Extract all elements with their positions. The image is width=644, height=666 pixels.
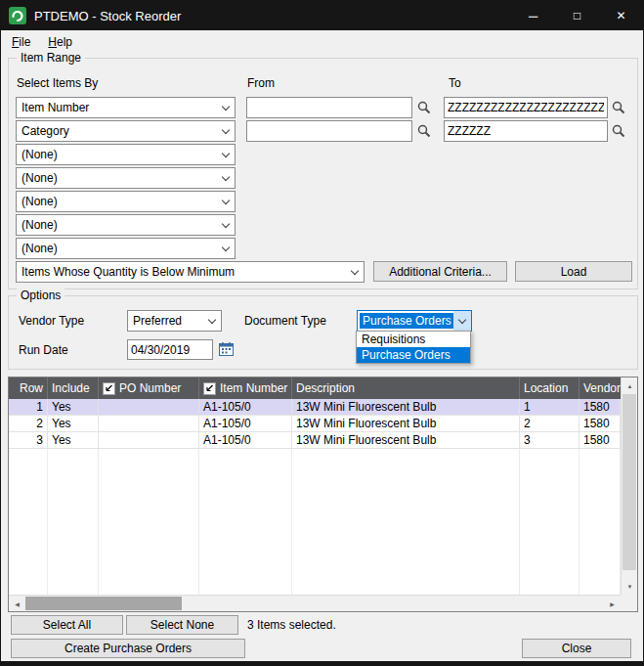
drilldown-icon[interactable] [203,382,216,395]
additional-criteria-button[interactable]: Additional Criteria... [373,261,507,282]
criteria-combo[interactable]: Items Whose Quantity is Below Minimum [16,261,365,283]
finder-icon[interactable] [611,123,626,139]
dropdown-option-requisitions[interactable]: Requisitions [357,332,470,347]
cell-item-number[interactable]: A1-105/0 [199,432,292,449]
finder-icon[interactable] [416,100,432,115]
menu-help[interactable]: Help [39,32,81,52]
filter-field-6-value: (None) [17,218,217,232]
chevron-down-icon [346,262,364,282]
cell-vendor-number[interactable]: 1580 [580,432,621,449]
category-to-input[interactable] [444,120,608,142]
filter-field-3-combo[interactable]: (None) [16,144,236,165]
scroll-right-icon[interactable]: ▶ [604,596,621,612]
filter-field-5-combo[interactable]: (None) [16,191,236,212]
vertical-scrollbar-thumb[interactable] [623,394,636,570]
chevron-down-icon [217,192,235,211]
item-number-from-input[interactable] [246,97,412,118]
scroll-up-icon[interactable]: ▲ [622,377,638,394]
item-number-to-input[interactable] [444,97,608,118]
menubar: File Help [1,30,643,53]
grid-header-row: Row Include PO Number Item Number Descri… [9,377,621,399]
cell-include[interactable]: Yes [48,399,99,416]
vendor-type-label: Vendor Type [19,314,84,328]
cell-description[interactable]: 13W Mini Fluorescent Bulb [292,399,520,416]
chevron-down-icon [217,121,235,141]
chevron-down-icon [217,145,235,164]
from-label: From [247,76,275,90]
select-none-button[interactable]: Select None [126,615,238,635]
grid-row-2[interactable]: 2 Yes A1-105/0 13W Mini Fluorescent Bulb… [9,416,621,432]
cell-location[interactable]: 2 [520,416,580,432]
cell-po-number[interactable] [99,399,199,416]
run-date-input[interactable] [127,339,213,360]
select-items-by-label: Select Items By [17,76,98,90]
cell-item-number[interactable]: A1-105/0 [199,416,292,432]
run-date-label: Run Date [19,343,68,357]
column-header-po-number[interactable]: PO Number [99,377,199,399]
column-header-vendor-number[interactable]: Vendor Nu [580,377,621,399]
category-from-input[interactable] [246,120,412,142]
cell-vendor-number[interactable]: 1580 [580,416,621,432]
document-type-combo[interactable]: Purchase Orders [357,310,472,332]
vendor-type-combo[interactable]: Preferred [127,310,222,332]
scroll-left-icon[interactable]: ◀ [9,596,25,612]
to-label: To [449,76,461,90]
document-type-dropdown-list: Requisitions Purchase Orders [356,331,471,364]
cell-item-number[interactable]: A1-105/0 [199,399,292,416]
horizontal-scrollbar[interactable]: ◀ ▶ [9,595,621,611]
vendor-type-value: Preferred [128,314,203,328]
filter-field-2-value: Category [17,124,217,138]
column-header-description[interactable]: Description [292,377,520,399]
cell-po-number[interactable] [99,432,199,449]
selection-status: 3 Items selected. [247,618,336,632]
finder-icon[interactable] [611,100,626,115]
create-purchase-orders-button[interactable]: Create Purchase Orders [11,639,245,658]
column-header-label: PO Number [119,381,181,395]
results-grid: Row Include PO Number Item Number Descri… [8,377,638,612]
caption-buttons: ─ □ ✕ [511,1,643,30]
grid-row-3[interactable]: 3 Yes A1-105/0 13W Mini Fluorescent Bulb… [9,432,621,449]
filter-field-4-combo[interactable]: (None) [16,167,236,189]
chevron-down-icon [217,215,235,235]
dropdown-option-purchase-orders[interactable]: Purchase Orders [357,347,470,363]
column-header-include[interactable]: Include [48,377,99,399]
vertical-scrollbar[interactable]: ▲ ▼ [621,377,637,595]
close-window-button[interactable]: ✕ [599,1,643,30]
drilldown-icon[interactable] [103,382,115,395]
minimize-button[interactable]: ─ [511,1,555,30]
cell-po-number[interactable] [99,416,199,432]
cell-row-number[interactable]: 3 [9,432,48,449]
filter-field-1-combo[interactable]: Item Number [16,97,236,118]
chevron-down-icon [203,311,221,331]
column-header-location[interactable]: Location [520,377,580,399]
load-button[interactable]: Load [515,261,632,282]
chevron-down-icon [217,239,235,258]
filter-field-3-value: (None) [17,148,217,161]
close-button[interactable]: Close [522,639,631,658]
cell-include[interactable]: Yes [48,432,99,449]
scroll-down-icon[interactable]: ▼ [622,578,638,595]
finder-icon[interactable] [416,123,432,139]
menu-file[interactable]: File [3,32,39,52]
filter-field-6-combo[interactable]: (None) [16,214,236,236]
maximize-button[interactable]: □ [555,1,599,30]
filter-field-4-value: (None) [17,171,217,185]
cell-location[interactable]: 1 [520,399,580,416]
select-all-button[interactable]: Select All [11,615,123,635]
filter-field-7-combo[interactable]: (None) [16,238,236,259]
cell-location[interactable]: 3 [520,432,580,449]
column-header-row[interactable]: Row [9,377,48,399]
column-header-item-number[interactable]: Item Number [199,377,292,399]
cell-include[interactable]: Yes [48,416,99,432]
cell-description[interactable]: 13W Mini Fluorescent Bulb [292,416,520,432]
cell-description[interactable]: 13W Mini Fluorescent Bulb [292,432,520,449]
filter-field-5-value: (None) [17,195,217,208]
cell-row-number[interactable]: 2 [9,416,48,432]
calendar-icon[interactable] [218,341,236,358]
cell-row-number[interactable]: 1 [9,399,48,416]
cell-vendor-number[interactable]: 1580 [580,399,621,416]
item-range-group: Item Range Select Items By From To Item … [8,58,638,289]
horizontal-scrollbar-thumb[interactable] [25,597,182,610]
grid-row-1[interactable]: 1 Yes A1-105/0 13W Mini Fluorescent Bulb… [9,399,621,416]
filter-field-2-combo[interactable]: Category [16,120,236,142]
